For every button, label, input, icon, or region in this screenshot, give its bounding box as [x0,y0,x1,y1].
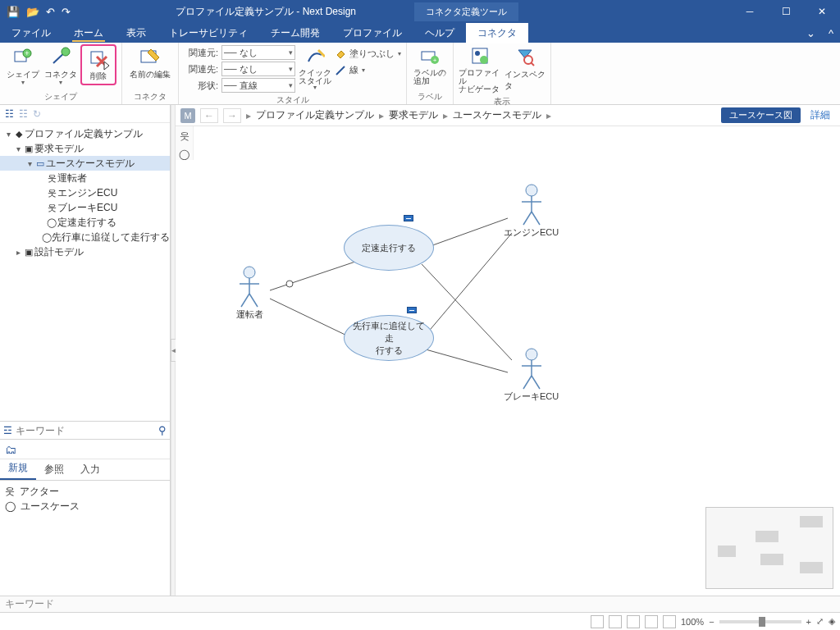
connector-button[interactable]: コネクタ▾ [43,44,79,87]
tab-ref[interactable]: 参照 [36,459,72,480]
svg-text:+: + [433,57,437,64]
usecase-2[interactable]: 先行車に追従して走 行する [344,315,434,361]
palette-usecase[interactable]: ◯ユースケース [5,499,165,514]
tree-root[interactable]: ▾◆プロファイル定義サンプル [0,126,170,141]
open-icon[interactable]: 📂 [26,6,39,18]
tree-actor-brake[interactable]: 웃ブレーキECU [0,200,170,215]
tree-uc2[interactable]: ◯先行車に追従して走行する [0,230,170,244]
usecase-1[interactable]: 定速走行する [344,225,434,271]
actor-driver[interactable]: 運転者 [235,266,264,321]
nav-back[interactable]: ← [200,108,218,123]
filter-icon[interactable]: ☲ [3,425,12,436]
tree-uc1[interactable]: ◯定速走行する [0,215,170,230]
keyword-bar: キーワード [0,596,840,612]
shape-button[interactable]: + シェイプ▾ [5,44,41,87]
tree-view-alt-icon[interactable]: ☷ [19,108,28,120]
svg-line-38 [523,376,532,389]
crumb-3[interactable]: ユースケースモデル [453,108,541,122]
palette-tabs: 新規 参照 入力 [0,459,170,481]
maximize-button[interactable]: ☐ [768,0,804,23]
anchor-icon[interactable]: ◈ [829,616,835,627]
collapse-badge-2[interactable] [407,307,417,313]
profile-navigator-button[interactable]: プロファイル ナビゲータ [459,44,503,95]
ribbon-collapse-icon[interactable]: ^ [822,27,840,39]
crumb-1[interactable]: プロファイル定義サンプル [256,108,374,122]
ribbon-group-shape: + シェイプ▾ コネクタ▾ 削除 シェイプ [0,43,122,104]
tool-usecase-icon[interactable]: ◯ [179,148,189,160]
zoom-out-button[interactable]: − [709,617,714,627]
title-bar: 💾 📂 ↶ ↷ プロファイル定義サンプル - Next Design コネクタ定… [0,0,840,23]
add-label-button[interactable]: + ラベルの 追加 [412,44,448,87]
tab-input[interactable]: 入力 [72,459,108,480]
search-input[interactable] [16,425,155,436]
tree-actor-driver[interactable]: 웃運転者 [0,171,170,185]
tab-traceability[interactable]: トレーサビリティ [158,23,259,43]
model-tree: ▾◆プロファイル定義サンプル ▾▣要求モデル ▾▭ユースケースモデル 웃運転者 … [0,123,170,328]
nav-forward[interactable]: → [223,108,241,123]
svg-point-30 [526,185,537,196]
tab-file[interactable]: ファイル [0,23,62,43]
minimize-button[interactable]: ─ [732,0,768,23]
source-end-select[interactable]: ── なし▾ [221,45,295,60]
collapse-badge-1[interactable] [404,215,413,221]
diagram-canvas[interactable]: 웃 ◯ 運転者 エンジンECU ブレーキ [176,126,840,596]
tree-req-model[interactable]: ▾▣要求モデル [0,141,170,156]
detail-link[interactable]: 詳細 [806,108,835,122]
tree-actor-engine[interactable]: 웃エンジンECU [0,185,170,200]
tool-actor-icon[interactable]: 웃 [180,130,189,144]
quick-style-button[interactable]: クイック スタイル▾ [297,44,333,92]
view-mode-5-icon[interactable] [663,615,676,628]
search-go-icon[interactable]: ⚲ [158,424,167,436]
target-end-select[interactable]: ── なし▾ [221,62,295,76]
undo-icon[interactable]: ↶ [46,6,55,18]
redo-icon[interactable]: ↷ [62,6,71,18]
view-mode-3-icon[interactable] [627,615,640,628]
tab-help[interactable]: ヘルプ [413,23,466,43]
model-badge[interactable]: M [180,108,195,123]
svg-point-4 [62,48,70,56]
line-button[interactable]: 線▾ [335,62,401,78]
tree-usecase-model[interactable]: ▾▭ユースケースモデル [0,156,170,171]
line-shape-select[interactable]: ── 直線▾ [221,78,295,93]
tab-view[interactable]: 表示 [115,23,158,43]
tab-profile[interactable]: プロファイル [331,23,413,43]
svg-point-19 [286,281,293,287]
zoom-in-button[interactable]: + [806,617,811,627]
svg-line-23 [422,233,512,340]
delete-button[interactable]: 削除 [80,44,116,85]
view-selector[interactable]: ユースケース図 [721,107,801,123]
view-mode-2-icon[interactable] [609,615,622,628]
palette-category-icon[interactable]: 🗂 [5,443,16,456]
ribbon-options-icon[interactable]: ⌄ [800,27,822,39]
svg-line-21 [426,218,508,248]
svg-point-15 [480,56,488,64]
svg-line-18 [270,258,368,290]
actor-brake[interactable]: ブレーキECU [504,348,559,403]
inspector-button[interactable]: インスペクタ [504,44,546,94]
actor-engine[interactable]: エンジンECU [504,184,559,239]
svg-line-24 [426,349,508,372]
tab-team[interactable]: チーム開発 [259,23,331,43]
minimap[interactable] [705,507,833,589]
tab-connector[interactable]: コネクタ [466,23,528,43]
zoom-slider[interactable] [719,620,801,623]
view-mode-4-icon[interactable] [645,615,658,628]
view-mode-1-icon[interactable] [591,615,604,628]
refresh-icon[interactable]: ↻ [33,108,41,120]
svg-text:+: + [25,49,29,57]
tab-home[interactable]: ホーム [62,23,115,43]
main-area: ☷ ☷ ↻ ▾◆プロファイル定義サンプル ▾▣要求モデル ▾▭ユースケースモデル… [0,105,840,596]
tree-design-model[interactable]: ▸▣設計モデル [0,244,170,259]
palette: 웃アクター ◯ユースケース [0,481,170,596]
save-icon[interactable]: 💾 [7,6,20,18]
svg-line-17 [531,62,534,66]
close-button[interactable]: ✕ [804,0,840,23]
svg-line-28 [241,294,249,307]
crumb-2[interactable]: 要求モデル [389,108,438,122]
tab-new[interactable]: 新規 [0,458,36,480]
palette-actor[interactable]: 웃アクター [5,484,165,499]
edit-name-button[interactable]: 名前の編集 [127,44,173,82]
fit-icon[interactable]: ⤢ [816,616,824,627]
tree-view-icon[interactable]: ☷ [5,108,14,120]
fill-button[interactable]: 塗りつぶし▾ [335,46,401,62]
